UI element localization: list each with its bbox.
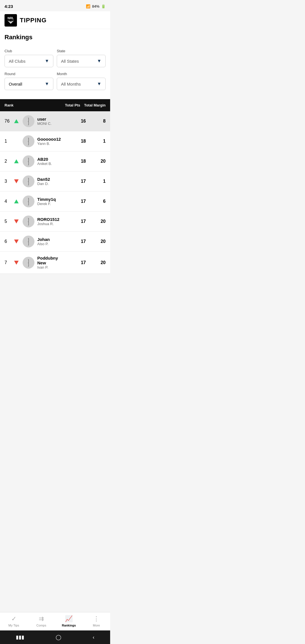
state-label: State <box>57 49 106 53</box>
username: RORO1512 <box>37 217 66 222</box>
trend-down-icon <box>13 240 20 243</box>
app-title: TIPPING <box>20 17 47 24</box>
user-avatar: ❳ ❳ <box>23 115 34 127</box>
comps-icon: ⇉ <box>39 615 44 623</box>
nav-item-my-tips[interactable]: ✓ My Tips <box>5 615 22 627</box>
avatar-chevrons-icon: ❳ ❳ <box>27 259 30 266</box>
rankings-icon: 📈 <box>65 615 73 623</box>
ranking-row[interactable]: 1 ❳ ❳ Goooooo12 Yann B. 18 1 <box>0 131 110 151</box>
ranking-row[interactable]: 5 ❳ ❳ RORO1512 Joshua R. 17 20 <box>0 212 110 232</box>
username: Timmy1q <box>37 197 66 202</box>
wifi-icon: 📶 <box>86 4 90 8</box>
user-info: Timmy1q Derek F. <box>37 197 66 206</box>
row-margin: 20 <box>86 260 106 265</box>
row-margin: 20 <box>86 159 106 164</box>
round-label: Round <box>5 72 53 76</box>
rank-number: 4 <box>5 199 13 204</box>
more-icon: ⋮ <box>93 615 99 623</box>
user-real-name: MONI C. <box>37 121 66 126</box>
round-select-value: Overall <box>9 82 22 86</box>
android-home-btn[interactable]: ◯ <box>56 634 61 640</box>
club-select-value: All Clubs <box>9 59 25 64</box>
user-real-name: Yann B. <box>37 142 66 146</box>
my-tips-label: My Tips <box>8 624 19 627</box>
avatar-chevrons-icon: ❳ ❳ <box>27 138 30 145</box>
nav-item-more[interactable]: ⋮ More <box>88 615 105 627</box>
club-select[interactable]: All Clubs ▼ <box>5 55 53 67</box>
avatar-chevrons-icon: ❳ ❳ <box>27 118 30 125</box>
round-filter-group: Round Overall ▼ <box>5 72 53 90</box>
user-avatar: ❳ ❳ <box>23 155 34 167</box>
ranking-row[interactable]: 2 ❳ ❳ AB20 Aniket B. 18 20 <box>0 151 110 171</box>
comps-label: Comps <box>36 624 46 627</box>
page-title: Rankings <box>5 34 106 41</box>
trend-up-icon <box>13 159 20 163</box>
user-real-name: Also P. <box>37 242 66 246</box>
avatar-chevrons-icon: ❳ ❳ <box>27 158 30 165</box>
avatar-chevrons-icon: ❳ ❳ <box>27 218 30 225</box>
battery-text: 84% <box>92 4 99 8</box>
user-real-name: Dan D. <box>37 182 66 186</box>
ranking-row[interactable]: 4 ❳ ❳ Timmy1q Derek F. 17 6 <box>0 192 110 212</box>
rank-number: 76 <box>5 119 13 124</box>
page-title-section: Rankings <box>0 29 110 43</box>
month-select[interactable]: All Months ▼ <box>57 78 106 90</box>
svg-rect-0 <box>5 14 17 27</box>
state-chevron-icon: ▼ <box>97 58 101 64</box>
trend-up-icon <box>13 119 20 123</box>
table-header: Rank Total Pts Total Margin <box>0 99 110 111</box>
row-pts: 17 <box>66 239 86 244</box>
android-back-btn[interactable]: ‹ <box>93 634 94 640</box>
user-avatar: ❳ ❳ <box>23 175 34 187</box>
user-avatar: ❳ ❳ <box>23 257 34 269</box>
header-total-margin: Total Margin <box>80 103 106 107</box>
nrl-logo: NRL <box>5 14 17 27</box>
android-nav-bar: ▮▮▮ ◯ ‹ <box>0 630 110 644</box>
row-margin: 1 <box>86 179 106 184</box>
user-real-name: Aniket B. <box>37 162 66 166</box>
user-info: Johan Also P. <box>37 237 66 246</box>
state-filter-group: State All States ▼ <box>57 49 106 67</box>
username: Goooooo12 <box>37 137 66 142</box>
nav-item-comps[interactable]: ⇉ Comps <box>33 615 50 627</box>
trend-down-icon <box>13 261 20 265</box>
avatar-chevrons-icon: ❳ ❳ <box>27 178 30 185</box>
row-margin: 8 <box>86 119 106 124</box>
user-info: RORO1512 Joshua R. <box>37 217 66 226</box>
username: Johan <box>37 237 66 242</box>
ranking-row[interactable]: 76 ❳ ❳ user MONI C. 16 8 <box>0 111 110 131</box>
user-avatar: ❳ ❳ <box>23 236 34 247</box>
row-margin: 6 <box>86 199 106 204</box>
nav-item-rankings[interactable]: 📈 Rankings <box>60 615 77 627</box>
ranking-row[interactable]: 3 ❳ ❳ Dan52 Dan D. 17 1 <box>0 171 110 192</box>
month-select-value: All Months <box>61 82 81 86</box>
user-real-name: Ivan P. <box>37 265 66 269</box>
filter-row-1: Club All Clubs ▼ State All States ▼ <box>5 49 106 67</box>
status-bar: 4:23 📶 84% 🔋 <box>0 0 110 11</box>
row-pts: 18 <box>66 139 86 144</box>
avatar-chevrons-icon: ❳ ❳ <box>27 198 30 205</box>
state-select[interactable]: All States ▼ <box>57 55 106 67</box>
android-recent-btn[interactable]: ▮▮▮ <box>16 634 24 640</box>
user-info: Goooooo12 Yann B. <box>37 137 66 146</box>
username: Poddubny New <box>37 256 66 265</box>
round-select[interactable]: Overall ▼ <box>5 78 53 90</box>
round-chevron-icon: ▼ <box>45 81 49 86</box>
month-filter-group: Month All Months ▼ <box>57 72 106 90</box>
row-pts: 17 <box>66 219 86 224</box>
ranking-row[interactable]: 6 ❳ ❳ Johan Also P. 17 20 <box>0 232 110 252</box>
row-margin: 20 <box>86 219 106 224</box>
user-real-name: Joshua R. <box>37 222 66 226</box>
user-info: Dan52 Dan D. <box>37 177 66 186</box>
battery-icon: 🔋 <box>101 4 106 8</box>
user-avatar: ❳ ❳ <box>23 135 34 147</box>
row-pts: 18 <box>66 159 86 164</box>
ranking-row[interactable]: 7 ❳ ❳ Poddubny New Ivan P. 17 20 <box>0 252 110 274</box>
row-pts: 16 <box>66 119 86 124</box>
trend-down-icon <box>13 179 20 183</box>
row-pts: 17 <box>66 260 86 265</box>
rank-number: 3 <box>5 179 13 184</box>
rank-number: 7 <box>5 260 13 265</box>
row-pts: 17 <box>66 199 86 204</box>
row-margin: 1 <box>86 139 106 144</box>
